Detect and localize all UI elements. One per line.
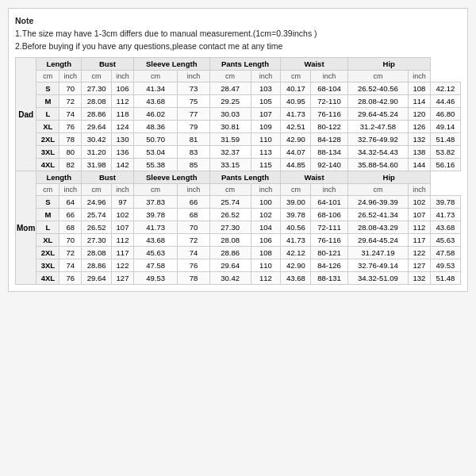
data-cell: 44.07 (281, 146, 311, 159)
data-cell: 34.32-54.43 (347, 146, 408, 159)
data-cell: 112 (251, 272, 281, 285)
data-cell: 55.38 (133, 159, 177, 171)
data-cell: 44.85 (281, 159, 311, 171)
data-cell: 136 (112, 146, 134, 159)
data-cell: 43.68 (430, 221, 460, 234)
data-cell: 24.96-39.39 (347, 196, 408, 209)
dad-sub-cm-1: cm (36, 71, 60, 83)
data-cell: 24.96 (82, 196, 112, 209)
data-cell: 107 (409, 209, 431, 221)
data-cell: 102 (251, 209, 281, 221)
data-cell: 49.53 (133, 272, 177, 285)
data-cell: 76-116 (311, 108, 347, 121)
mom-sub-inch-1: inch (60, 184, 82, 196)
size-cell: 2XL (36, 247, 60, 259)
data-cell: 100 (251, 196, 281, 209)
data-cell: 64-101 (311, 196, 347, 209)
mom-sub-cm-6: cm (347, 184, 408, 196)
data-cell: 112 (409, 221, 431, 234)
data-cell: 72-111 (311, 221, 347, 234)
data-cell: 77 (178, 108, 209, 121)
dad-sub-inch-2: inch (112, 71, 134, 83)
data-cell: 40.56 (281, 221, 311, 234)
data-cell: 53.82 (430, 146, 460, 159)
data-cell: 85 (178, 159, 209, 171)
dad-sub-inch-6: inch (409, 71, 431, 83)
size-cell: S (36, 83, 60, 95)
dad-pants-header: Pants Length (209, 58, 281, 71)
size-cell: 4XL (36, 159, 60, 171)
data-cell: 106 (112, 83, 134, 95)
data-cell: 29.25 (209, 95, 251, 108)
data-cell: 92-140 (311, 159, 347, 171)
data-cell: 132 (409, 272, 431, 285)
note-line-3: 2.Before buying if you have any question… (15, 40, 461, 53)
data-cell: 115 (251, 159, 281, 171)
data-cell: 43.68 (281, 272, 311, 285)
data-cell: 112 (112, 234, 134, 247)
data-cell: 49.14 (430, 121, 460, 133)
data-cell: 30.42 (209, 272, 251, 285)
data-cell: 47.58 (133, 259, 177, 272)
mom-sub-cm-3: cm (133, 184, 177, 196)
mom-bust-header: Bust (82, 171, 134, 184)
data-cell: 72 (60, 247, 82, 259)
size-cell: XL (36, 121, 60, 133)
table-row: XL7629.6412448.367930.8110942.5180-12231… (16, 121, 461, 133)
mom-sleeve-header: Sleeve Length (133, 171, 209, 184)
mom-sub-inch-4: inch (251, 184, 281, 196)
data-cell: 72-110 (311, 95, 347, 108)
data-cell: 35.88-54.60 (347, 159, 408, 171)
data-cell: 30.42 (82, 133, 112, 146)
data-cell: 74 (60, 108, 82, 121)
data-cell: 29.64 (209, 259, 251, 272)
mom-sub-cm-1: cm (36, 184, 60, 196)
data-cell: 75 (178, 95, 209, 108)
data-cell: 66 (178, 196, 209, 209)
data-cell: 37.83 (133, 196, 177, 209)
table-row: S7027.3010641.347328.4710340.1768-10426.… (16, 83, 461, 95)
dad-bust-header: Bust (82, 58, 134, 71)
data-cell: 127 (112, 272, 134, 285)
data-cell: 27.30 (82, 83, 112, 95)
data-cell: 27.30 (209, 221, 251, 234)
size-cell: 2XL (36, 133, 60, 146)
mom-sub-cm-4: cm (209, 184, 251, 196)
data-cell: 84-128 (311, 133, 347, 146)
mom-sub-cm-2: cm (82, 184, 112, 196)
data-cell: 110 (251, 133, 281, 146)
data-cell: 50.70 (133, 133, 177, 146)
dad-hip-header: Hip (347, 58, 430, 71)
dad-sleeve-header: Sleeve Length (133, 58, 209, 71)
data-cell: 51.48 (430, 133, 460, 146)
data-cell: 42.12 (281, 247, 311, 259)
table-row: 2XL7830.4213050.708131.5911042.9084-1283… (16, 133, 461, 146)
data-cell: 28.08 (82, 95, 112, 108)
data-cell: 25.74 (82, 209, 112, 221)
table-row: 3XL8031.2013653.048332.3711344.0788-1343… (16, 146, 461, 159)
dad-sub-inch-4: inch (251, 71, 281, 83)
data-cell: 42.90 (281, 259, 311, 272)
data-cell: 122 (409, 247, 431, 259)
data-cell: 30.81 (209, 121, 251, 133)
data-cell: 102 (409, 196, 431, 209)
data-cell: 105 (251, 95, 281, 108)
data-cell: 31.2-47.58 (347, 121, 408, 133)
data-cell: 31.20 (82, 146, 112, 159)
table-row: 4XL7629.6412749.537830.4211243.6888-1313… (16, 272, 461, 285)
data-cell: 29.64 (82, 121, 112, 133)
data-cell: 107 (251, 108, 281, 121)
dad-sub-cm-4: cm (209, 71, 251, 83)
data-cell: 40.95 (281, 95, 311, 108)
data-cell: 41.73 (133, 221, 177, 234)
data-cell: 26.52-40.56 (347, 83, 408, 95)
data-cell: 25.74 (209, 196, 251, 209)
dad-sub-inch-3: inch (178, 71, 209, 83)
data-cell: 114 (409, 95, 431, 108)
data-cell: 130 (112, 133, 134, 146)
data-cell: 26.52-41.34 (347, 209, 408, 221)
table-row: M6625.7410239.786826.5210239.7868-10626.… (16, 209, 461, 221)
table-row: L6826.5210741.737027.3010440.5672-11128.… (16, 221, 461, 234)
data-cell: 108 (251, 247, 281, 259)
data-cell: 76 (60, 272, 82, 285)
